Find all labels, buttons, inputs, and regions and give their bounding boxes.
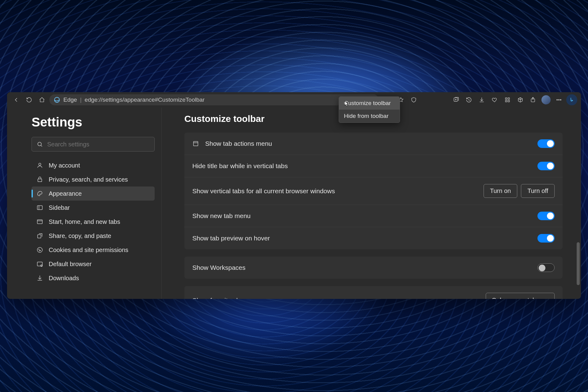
nav-start-home[interactable]: Start, home, and new tabs bbox=[32, 215, 155, 229]
svg-point-17 bbox=[37, 247, 43, 253]
address-separator: | bbox=[80, 96, 81, 103]
row-hide-title-bar: Hide title bar while in vertical tabs bbox=[184, 155, 563, 177]
row-label: Show tab preview on hover bbox=[192, 235, 270, 242]
row-tab-actions: Show tab actions menu bbox=[184, 133, 563, 155]
scrollbar-thumb[interactable] bbox=[577, 242, 580, 285]
tab-actions-icon bbox=[192, 140, 199, 147]
row-label: Show new tab menu bbox=[192, 212, 251, 220]
share-icon[interactable] bbox=[528, 94, 539, 105]
toolbar-options-panel: Show tab actions menu Hide title bar whi… bbox=[184, 133, 563, 249]
svg-point-10 bbox=[560, 100, 561, 100]
refresh-button[interactable] bbox=[24, 94, 35, 105]
bing-button[interactable] bbox=[566, 94, 577, 105]
svg-rect-23 bbox=[194, 141, 198, 146]
nav-my-account[interactable]: My account bbox=[32, 158, 155, 172]
tab-strip-hint-2 bbox=[331, 92, 359, 92]
person-icon bbox=[36, 162, 43, 169]
svg-point-20 bbox=[39, 251, 40, 251]
back-button[interactable] bbox=[11, 94, 22, 105]
default-browser-icon bbox=[36, 261, 43, 267]
shield-icon[interactable] bbox=[408, 94, 419, 105]
nav-item-label: Start, home, and new tabs bbox=[49, 218, 120, 225]
turn-on-button[interactable]: Turn on bbox=[484, 184, 517, 198]
chevron-down-icon bbox=[544, 298, 549, 299]
select-value: Only on new tabs bbox=[492, 297, 539, 299]
nav-appearance[interactable]: Appearance bbox=[32, 187, 155, 201]
row-label: Show favorites bar bbox=[192, 297, 246, 299]
svg-rect-16 bbox=[38, 235, 41, 238]
nav-default-browser[interactable]: Default browser bbox=[32, 257, 155, 271]
toggle-tab-actions[interactable] bbox=[537, 139, 555, 148]
svg-point-19 bbox=[40, 250, 41, 251]
panel-icon bbox=[36, 204, 43, 211]
svg-point-18 bbox=[39, 249, 39, 250]
nav-item-label: Cookies and site permissions bbox=[49, 247, 128, 254]
row-label: Show Workspaces bbox=[192, 264, 246, 271]
nav-downloads[interactable]: Downloads bbox=[32, 271, 155, 285]
address-bar[interactable]: Edge | edge://settings/appearance#Custom… bbox=[49, 94, 379, 105]
turn-off-button[interactable]: Turn off bbox=[521, 184, 555, 198]
favorites-panel: Show favorites bar Only on new tabs bbox=[184, 286, 563, 299]
share-link-icon bbox=[36, 232, 43, 239]
nav-cookies[interactable]: Cookies and site permissions bbox=[32, 243, 155, 257]
toolbar-context-menu: Customize toolbar Hide from toolbar bbox=[339, 96, 400, 123]
home-button[interactable] bbox=[36, 94, 47, 105]
row-favorites-bar: Show favorites bar Only on new tabs bbox=[184, 286, 563, 299]
row-label: Show tab actions menu bbox=[205, 140, 272, 147]
cookie-icon bbox=[36, 247, 43, 253]
row-workspaces: Show Workspaces bbox=[184, 257, 563, 279]
row-new-tab-menu: Show new tab menu bbox=[184, 205, 563, 227]
tab-strip-hint bbox=[28, 92, 108, 92]
svg-point-11 bbox=[38, 142, 41, 146]
heart-icon[interactable] bbox=[489, 94, 500, 105]
extensions-icon[interactable] bbox=[515, 94, 526, 105]
toggle-new-tab-menu[interactable] bbox=[537, 212, 555, 220]
downloads-icon[interactable] bbox=[476, 94, 487, 105]
address-url: edge://settings/appearance#CustomizeTool… bbox=[85, 96, 205, 103]
favorites-bar-select[interactable]: Only on new tabs bbox=[486, 293, 555, 299]
toolbar-right-icons bbox=[381, 94, 577, 105]
svg-point-8 bbox=[557, 100, 558, 100]
search-input[interactable] bbox=[47, 141, 149, 148]
svg-rect-5 bbox=[505, 100, 507, 102]
nav-item-label: My account bbox=[49, 162, 80, 169]
svg-rect-13 bbox=[38, 179, 42, 182]
window-icon bbox=[36, 218, 43, 225]
nav-item-label: Default browser bbox=[49, 261, 92, 268]
nav-privacy[interactable]: Privacy, search, and services bbox=[32, 172, 155, 187]
profile-avatar[interactable] bbox=[541, 94, 552, 105]
svg-point-12 bbox=[39, 163, 41, 165]
browser-toolbar: Edge | edge://settings/appearance#Custom… bbox=[7, 92, 581, 107]
paint-icon bbox=[36, 190, 43, 197]
svg-point-9 bbox=[559, 100, 560, 100]
svg-rect-21 bbox=[37, 262, 43, 266]
context-hide-from-toolbar[interactable]: Hide from toolbar bbox=[339, 110, 400, 123]
toggle-hide-title-bar[interactable] bbox=[537, 162, 555, 170]
history-icon[interactable] bbox=[463, 94, 474, 105]
search-settings[interactable] bbox=[32, 137, 155, 152]
svg-rect-4 bbox=[508, 98, 510, 99]
download-icon bbox=[36, 275, 43, 281]
svg-rect-15 bbox=[37, 220, 43, 224]
collections-icon[interactable] bbox=[450, 94, 462, 105]
address-protocol-label: Edge bbox=[63, 96, 77, 103]
settings-title: Settings bbox=[32, 115, 155, 130]
browser-window: Edge | edge://settings/appearance#Custom… bbox=[7, 92, 581, 299]
toggle-workspaces[interactable] bbox=[537, 263, 555, 272]
row-tab-preview: Show tab preview on hover bbox=[184, 227, 563, 249]
nav-item-label: Sidebar bbox=[49, 204, 70, 211]
nav-item-label: Privacy, search, and services bbox=[49, 176, 128, 183]
workspaces-panel: Show Workspaces bbox=[184, 257, 563, 279]
row-label: Show vertical tabs for all current brows… bbox=[192, 187, 335, 195]
apps-icon[interactable] bbox=[502, 94, 513, 105]
settings-main: Customize toolbar Show tab actions menu … bbox=[162, 107, 581, 299]
nav-item-label: Appearance bbox=[49, 190, 82, 197]
nav-share-copy[interactable]: Share, copy, and paste bbox=[32, 229, 155, 243]
settings-nav: My account Privacy, search, and services… bbox=[32, 158, 155, 285]
toggle-tab-preview[interactable] bbox=[537, 234, 555, 243]
row-label: Hide title bar while in vertical tabs bbox=[192, 162, 288, 170]
nav-sidebar[interactable]: Sidebar bbox=[32, 201, 155, 215]
more-menu-icon[interactable] bbox=[553, 94, 564, 105]
nav-item-label: Share, copy, and paste bbox=[49, 232, 111, 239]
cursor-icon bbox=[345, 101, 349, 107]
